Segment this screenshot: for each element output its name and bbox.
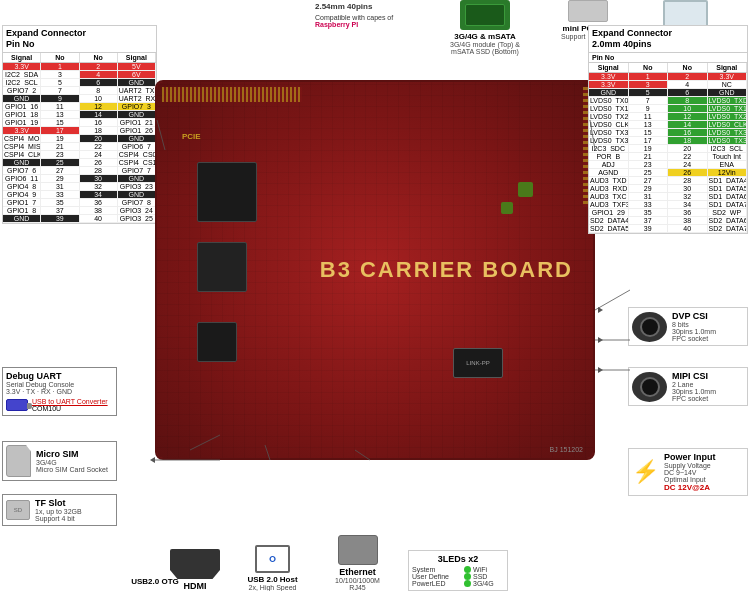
pin-no: 16 bbox=[80, 119, 118, 126]
pin-row: LVDS0_CLK_N 13 14 LVDS0_CLK_P bbox=[589, 121, 747, 129]
right-size-text: 2.0mm 40pins bbox=[592, 39, 652, 49]
ic-chip-3 bbox=[197, 322, 237, 362]
pin-cell: AUD3_TXF3 bbox=[589, 201, 629, 208]
pin-row: GPIO1_18 13 14 GND bbox=[3, 111, 156, 119]
pin-no: 6 bbox=[668, 89, 708, 96]
pin-cell: I2C3_SDC bbox=[589, 145, 629, 152]
pin-row: LVDS0_TX2_N 11 12 LVDS0_TX2_P bbox=[589, 113, 747, 121]
mipi-csi-sub2: 30pins 1.0mm bbox=[672, 388, 716, 395]
pin-no: 17 bbox=[629, 137, 669, 144]
usb-converter-label[interactable]: USB to UART Converter bbox=[32, 398, 108, 405]
dvp-csi-text: DVP CSI 8 bits 30pins 1.0mm FPC socket bbox=[672, 311, 716, 342]
pin-cell: LVDS0_TXD_P bbox=[708, 97, 748, 104]
tf-slot-details: Support 4 bit bbox=[35, 515, 82, 522]
pin-cell: LVDS0_TX3_P bbox=[708, 129, 748, 136]
pin-cell: I2C2_SDA bbox=[3, 71, 41, 78]
pin-row: GPIO7_2 7 8 UART2_TXD bbox=[3, 87, 156, 95]
ethernet-area: Ethernet 10/100/1000M RJ45 bbox=[320, 535, 395, 591]
mini-pcie-icon bbox=[568, 0, 608, 22]
pin-cell: 12Vin bbox=[708, 169, 748, 176]
col-signal-left-r: Signal bbox=[589, 63, 629, 72]
right-pin-header: Signal No No Signal bbox=[589, 63, 747, 73]
right-connector-title: Expand Connector 2.0mm 40pins bbox=[589, 26, 747, 53]
hdmi-label: HDMI bbox=[165, 581, 225, 591]
pin-no: 1 bbox=[629, 73, 669, 80]
pin-cell: SD1_DATA5 bbox=[708, 185, 748, 192]
debug-uart-details: 3.3V · TX · RX · GND bbox=[6, 388, 113, 395]
board-pcb: PCIE B3 CARRIER BOARD BJ 151202 LINK-PP bbox=[155, 80, 595, 460]
mipi-csi-box: MIPI CSI 2 Lane 30pins 1.0mm FPC socket bbox=[628, 367, 748, 406]
pin-cell: 5V bbox=[118, 63, 156, 70]
pin-row: GPIO4_8 31 32 GPIO3_23 bbox=[3, 183, 156, 191]
pin-no: 39 bbox=[629, 225, 669, 232]
pin-no: 8 bbox=[80, 87, 118, 94]
debug-uart-box: Debug UART Serial Debug Console 3.3V · T… bbox=[2, 367, 117, 416]
3g4g-module: 3G/4G & mSATA 3G/4G module (Top) & mSATA… bbox=[435, 0, 535, 55]
pin-cell: POR_B bbox=[589, 153, 629, 160]
pin-cell: SD1_DATA7 bbox=[708, 201, 748, 208]
board-label-text: B3 CARRIER BOARD bbox=[320, 257, 573, 282]
pin-row: AUD3_TXD 27 28 SD1_DATA4 bbox=[589, 177, 747, 185]
pin-cell: UART2_RXD bbox=[118, 95, 156, 102]
pin-no: 20 bbox=[80, 135, 118, 142]
pin-no: 10 bbox=[668, 105, 708, 112]
usb-host-sub: 2x, High Speed bbox=[235, 584, 310, 591]
pin-row: GPIO1_29 35 36 SD2_WP bbox=[589, 209, 747, 217]
led-power-dot bbox=[464, 580, 471, 587]
pin-cell: GPIO6_7 bbox=[118, 143, 156, 150]
pin-cell: CSPI4_CLK bbox=[3, 151, 41, 158]
pin-cell: GPIO1_26 bbox=[118, 127, 156, 134]
col-signal-right: Signal bbox=[118, 53, 156, 62]
dvp-csi-title: DVP CSI bbox=[672, 311, 716, 321]
mipi-csi-text: MIPI CSI 2 Lane 30pins 1.0mm FPC socket bbox=[672, 371, 716, 402]
led-row-user: User Define SSD bbox=[412, 573, 504, 580]
dvp-csi-box: DVP CSI 8 bits 30pins 1.0mm FPC socket bbox=[628, 307, 748, 346]
pin-no: 9 bbox=[41, 95, 79, 102]
pin-row: GPIO1_7 35 36 GPIO7_8 bbox=[3, 199, 156, 207]
pin-cell: UART2_TXD bbox=[118, 87, 156, 94]
pin-cell: 3.3V bbox=[589, 73, 629, 80]
pin-cell: GND bbox=[589, 89, 629, 96]
col-no-left: No bbox=[41, 53, 79, 62]
pin-no: 14 bbox=[80, 111, 118, 118]
pin-row: SD2_DATA4 37 38 SD2_DATA6 bbox=[589, 217, 747, 225]
pin-cell: I2C2_SCL bbox=[3, 79, 41, 86]
pin-no: 22 bbox=[668, 153, 708, 160]
linkpp-chip: LINK-PP bbox=[453, 348, 503, 378]
power-input-sub1: Supply Voltage bbox=[664, 462, 716, 469]
pin-cell: GPIO1_21 bbox=[118, 119, 156, 126]
pin-no: 12 bbox=[80, 103, 118, 110]
pin-no: 13 bbox=[629, 121, 669, 128]
pin-cell: AUD3_RXD bbox=[589, 185, 629, 192]
ic-chip-2 bbox=[197, 242, 247, 292]
pin-row: GPIO1_16 11 12 GPIO7_3 bbox=[3, 103, 156, 111]
pin-cell: SD2_WP bbox=[708, 209, 748, 216]
usb-host-area: ⚬ USB 2.0 Host 2x, High Speed bbox=[235, 545, 310, 591]
pin-no: 36 bbox=[668, 209, 708, 216]
dvp-csi-sub1: 8 bits bbox=[672, 321, 716, 328]
pin-no: 7 bbox=[629, 97, 669, 104]
usb-plug-icon bbox=[27, 403, 32, 409]
right-title-text: Expand Connector bbox=[592, 28, 672, 38]
pin-cell: 3.3V bbox=[3, 63, 41, 70]
3g4g-icon bbox=[460, 0, 510, 30]
pin-no: 27 bbox=[629, 177, 669, 184]
pin-cell: 3.3V bbox=[708, 73, 748, 80]
power-plug-icon: ⚡ bbox=[632, 459, 659, 485]
mipi-camera-lens bbox=[640, 377, 660, 397]
pin-row: CSPI4_MOSI 19 20 GND bbox=[3, 135, 156, 143]
expand-connector-right: Expand Connector 2.0mm 40pins Pin No Sig… bbox=[588, 25, 748, 234]
pin-cell: I2C3_SCL bbox=[708, 145, 748, 152]
compatible-text: Compatible with capes of Raspberry PI bbox=[315, 14, 393, 28]
pin-cell: SD2_DATA4 bbox=[589, 217, 629, 224]
pin-no: 24 bbox=[80, 151, 118, 158]
pin-no: 40 bbox=[668, 225, 708, 232]
dvp-csi-sub3: FPC socket bbox=[672, 335, 716, 342]
pin-cell: CSPI4_MOSI bbox=[3, 135, 41, 142]
pin-row: AUD3_TXF3 33 34 SD1_DATA7 bbox=[589, 201, 747, 209]
left-title-text: Expand Connector bbox=[6, 28, 86, 38]
connector-size-label: 2.54mm 40pins bbox=[315, 2, 372, 11]
pin-no: 20 bbox=[668, 145, 708, 152]
pin-row: AUD3_TXC 31 32 SD1_DATA6 bbox=[589, 193, 747, 201]
svg-marker-10 bbox=[598, 307, 603, 313]
